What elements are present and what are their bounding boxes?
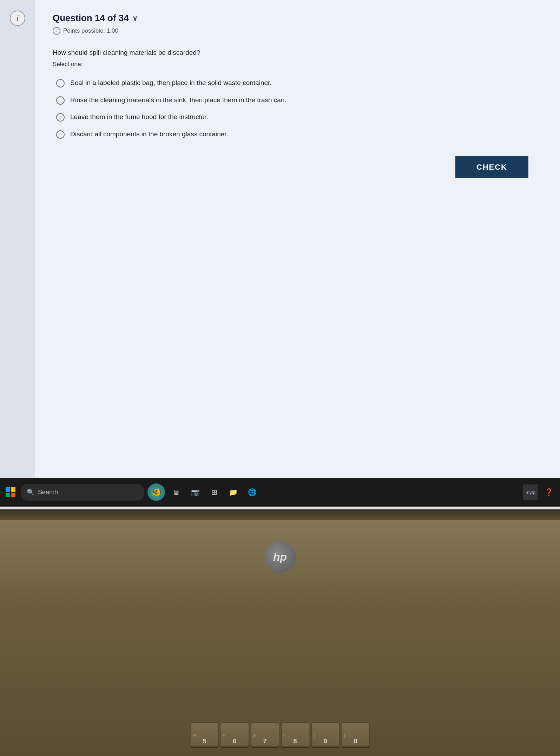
option-text-3: Leave them in the fume hood for the inst… [70,112,208,122]
taskbar-folder-icon[interactable]: 📁 [225,484,241,500]
taskbar-desktop-icon[interactable]: 🖥 [169,484,184,500]
question-number-text: Question 14 of 34 [53,13,129,24]
question-title: Question 14 of 34 ∨ [53,13,539,24]
win-square-1 [6,487,10,492]
key-8[interactable]: * 8 [281,722,309,747]
win-square-2 [11,487,16,492]
taskbar-help-icon[interactable]: ❓ [541,484,556,500]
points-text: Points possible: 1.00 [63,27,118,34]
sidebar: i [0,0,35,478]
win-square-4 [11,493,16,497]
taskbar-grid-icon[interactable]: ⊞ [206,484,222,500]
key-main-6: 6 [233,738,236,745]
key-5[interactable]: % 5 [191,722,219,747]
option-text-1: Seal in a labeled plastic bag, then plac… [70,78,272,88]
options-list: Seal in a labeled plastic bag, then plac… [56,78,539,139]
key-top-0: ) [344,734,345,738]
screen: i Question 14 of 34 ∨ ✓ Points possible:… [0,0,560,509]
windows-grid [6,487,15,497]
key-main-0: 0 [354,738,357,745]
win-square-3 [6,493,10,497]
key-7[interactable]: & 7 [251,722,279,747]
search-bar[interactable]: 🔍 Search [21,484,144,501]
check-button[interactable]: CHECK [455,156,528,178]
key-top-7: & [253,734,256,738]
hp-logo: hp [264,541,296,573]
radio-1[interactable] [56,79,65,87]
option-item-2[interactable]: Rinse the cleaning materials in the sink… [56,96,539,105]
keyboard-area: % 5 ^ 6 & 7 * 8 ( 9 ) 0 [0,623,560,756]
points-row: ✓ Points possible: 1.00 [53,27,539,35]
main-content: Question 14 of 34 ∨ ✓ Points possible: 1… [35,0,560,478]
taskbar-camera-icon[interactable]: 📷 [187,484,203,500]
key-main-7: 7 [263,738,266,745]
windows-icon[interactable] [4,485,18,499]
hp-logo-area: hp [264,541,296,573]
option-item-1[interactable]: Seal in a labeled plastic bag, then plac… [56,78,539,88]
radio-2[interactable] [56,96,65,105]
key-main-8: 8 [293,738,297,745]
radio-4[interactable] [56,130,65,139]
taskbar-mylp-icon[interactable]: mylp [523,484,538,500]
key-6[interactable]: ^ 6 [221,722,249,747]
check-btn-row: CHECK [53,156,539,178]
option-item-4[interactable]: Discard all components in the broken gla… [56,130,539,139]
key-main-5: 5 [203,738,206,745]
laptop-body: hp % 5 ^ 6 & 7 * 8 ( 9 [0,509,560,756]
key-top-8: * [284,734,285,738]
key-top-6: ^ [223,734,225,738]
taskbar-fish-icon[interactable]: 🐠 [147,483,165,501]
laptop-hinge [0,509,560,520]
keyboard-row-1: % 5 ^ 6 & 7 * 8 ( 9 ) 0 [191,722,370,747]
question-text: How should spill cleaning materials be d… [53,49,539,57]
info-icon[interactable]: i [10,11,25,26]
key-top-5: % [193,734,197,738]
taskbar-right: mylp ❓ [523,484,556,500]
radio-3[interactable] [56,113,65,122]
search-icon: 🔍 [27,488,34,496]
taskbar: 🔍 Search 🐠 🖥 📷 ⊞ 📁 🌐 mylp ❓ [0,478,560,507]
key-top-9: ( [314,734,315,738]
quiz-container: i Question 14 of 34 ∨ ✓ Points possible:… [0,0,560,478]
points-icon: ✓ [53,27,60,35]
key-main-9: 9 [323,738,327,745]
search-text: Search [38,489,58,496]
option-text-2: Rinse the cleaning materials in the sink… [70,96,286,105]
option-item-3[interactable]: Leave them in the fume hood for the inst… [56,112,539,122]
select-one-label: Select one: [53,61,539,68]
option-text-4: Discard all components in the broken gla… [70,130,228,139]
key-0[interactable]: ) 0 [342,722,370,747]
chevron-down-icon[interactable]: ∨ [132,14,138,22]
taskbar-edge-icon[interactable]: 🌐 [244,484,260,500]
key-9[interactable]: ( 9 [311,722,340,747]
